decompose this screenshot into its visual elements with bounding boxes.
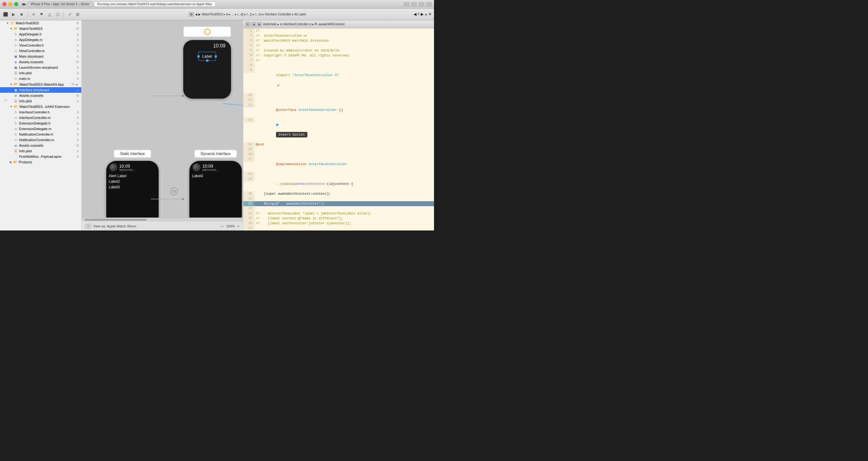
sidebar-item-interface-storyboard[interactable]: ▣ Interface.storyboard — [0, 87, 81, 93]
running-tab[interactable]: Running com.netease.WatchTest0915.watchk… [94, 2, 216, 7]
view-options-icon[interactable]: ⊡ [85, 224, 91, 228]
static-interface-section: Static Interface 10:09 WATCHTES... [106, 150, 159, 218]
sidebar-item-infoplist[interactable]: ☰ Info.plist A [0, 70, 81, 76]
search-icon[interactable]: ⚑ [38, 11, 45, 18]
compass-icon [110, 163, 117, 171]
sidebar-group-main[interactable]: ▼ 📂 WatchTest0915 M [0, 26, 81, 31]
breadcrumb-lp[interactable]: l...}) [247, 12, 252, 16]
code-content[interactable]: 1 // 2 // InterfaceController.m 3 // Wat… [243, 28, 434, 230]
watch-label-element[interactable]: Label [198, 52, 216, 61]
run-icon[interactable]: ≡ [30, 11, 37, 18]
maximize-button[interactable] [14, 2, 18, 6]
canvas-scrollbar[interactable] [82, 218, 243, 221]
canvas-scroll[interactable]: 10:09 Label [82, 20, 243, 218]
nav-forward[interactable]: ▶ [198, 12, 201, 16]
code-line-9: 9 #import "InterfaceController.h" ↙ [243, 68, 434, 93]
sidebar-item-appdelegatem[interactable]: m AppDelegate.m A [0, 37, 81, 42]
file-badge: A [77, 111, 79, 114]
sidebar-item-extdelm[interactable]: m ExtensionDelegate.m A [0, 126, 81, 131]
add-btn[interactable]: + [425, 12, 427, 17]
sidebar-item-viewcontrollerm[interactable]: m ViewController.m A [0, 48, 81, 54]
stop-icon[interactable]: ■ [19, 11, 25, 18]
warning-icon[interactable]: △ [46, 11, 53, 18]
line-number: 27 [243, 226, 254, 230]
sidebar-item-mainm[interactable]: m main.m A [0, 76, 81, 81]
share-icon[interactable]: ↗ [66, 11, 73, 18]
line-number: 11 [243, 98, 254, 103]
sidebar-item-project[interactable]: ▼ 📁 WatchTest0915 M [0, 20, 81, 26]
breadcrumb-root[interactable]: WatchTest0915 [202, 12, 223, 16]
editor-toggle[interactable] [418, 2, 424, 6]
nav-left-btn[interactable]: ◀ [414, 12, 416, 17]
breadcrumb-ic[interactable]: Interface Controller [265, 12, 291, 16]
git-icon[interactable]: ⊞ [74, 11, 81, 18]
file-badge: A [77, 155, 79, 158]
sep1 [27, 11, 28, 18]
device-tab[interactable]: iPhone 8 Plus + Appl..tch Series 3 – 42m… [27, 2, 93, 7]
static-appname: WATCHTES... [119, 168, 135, 171]
line-content: // Copyright © 2018年 MS. All rights rese… [254, 53, 434, 58]
sidebar-group-products[interactable]: ▶ 📂 Products [0, 159, 81, 165]
static-item-3: Label3 [109, 184, 156, 190]
canvas-area: 10:09 Label [82, 20, 243, 230]
sidebar-group-extension[interactable]: ▼ 📂 WatchTest0915...tchKit Extension [0, 104, 81, 110]
sidebar-item-mainstoryboard[interactable]: ▣ Main.storyboard A [0, 54, 81, 59]
breadcrumb-le[interactable]: l...e} [255, 12, 261, 16]
close-button[interactable] [2, 2, 6, 6]
breadcrumb-dots[interactable]: ... [231, 12, 234, 16]
breadcrumb-method[interactable]: -awakeWithContext: [317, 23, 345, 26]
close-editor-btn[interactable]: ✕ [429, 12, 432, 17]
breadcrumb-automatic[interactable]: Automatic [263, 23, 277, 26]
sidebar-group-watchapp[interactable]: ▼ 📂 WatchTest0915 WatchKit App M ↙ [0, 81, 81, 87]
breadcrumb-ld[interactable]: l...d} [238, 12, 243, 16]
file-label: AppDelegate.h [19, 32, 75, 36]
assistant-toggle[interactable] [426, 2, 432, 6]
build-icon[interactable]: ▶ [10, 11, 17, 18]
sidebar-item-icom[interactable]: m InterfaceController.m A [0, 115, 81, 121]
breadcrumb-icontrollerm[interactable]: InterfaceController.m [283, 23, 312, 26]
zoom-minus[interactable]: — [220, 224, 224, 228]
sidebar-item-viewcontrollerh[interactable]: h ViewController.h A [0, 42, 81, 48]
dynamic-watch-body: 10:09 WATCHTES... Label4 [189, 161, 242, 218]
sidebar-item-notifm[interactable]: m NotificationController.m A [0, 137, 81, 143]
layout-toggle[interactable] [411, 2, 417, 6]
zoom-level: 100% [226, 224, 235, 228]
zoom-plus[interactable]: + [238, 224, 239, 228]
code-line-15: 15 [243, 147, 434, 152]
editor-nav-prev[interactable]: ◀ [251, 22, 256, 27]
line-number: 7 [243, 58, 254, 63]
bookmark-icon[interactable]: ⬡ [55, 11, 61, 18]
sidebar-item-assets2[interactable]: ◈ Assets.xcassets M [0, 93, 81, 98]
nav-back[interactable]: ◀ [195, 12, 197, 16]
sidebar-item-assets3[interactable]: ◈ Assets.xcassets M [0, 143, 81, 148]
label-text: Label [203, 54, 212, 59]
code-line-19: 19 - (void)awakeWithContext:(id)context … [243, 177, 434, 191]
file-label: NotificationController.m [19, 138, 75, 142]
sidebar-item-icoh[interactable]: h InterfaceController.h A [0, 110, 81, 115]
minimize-button[interactable] [8, 2, 12, 6]
sidebar-item-launchscreen[interactable]: ▣ LaunchScreen.storyboard A [0, 65, 81, 70]
sidebar-item-assets[interactable]: ◈ Assets.xcassets M [0, 59, 81, 65]
m-icon: m [13, 38, 18, 42]
breadcrumb-lbl[interactable]: lbl Label [294, 12, 306, 16]
sidebar-item-apns[interactable]: 📄 PushNotifica...Payload.apns A [0, 154, 81, 159]
svg-point-4 [170, 188, 178, 195]
sidebar-item-appdelegateh[interactable]: h AppDelegate.h A [0, 31, 81, 37]
sidebar-toggle[interactable] [404, 2, 409, 6]
nav-right-btn[interactable]: ▶ [421, 12, 424, 17]
editor-nav-next[interactable]: ▶ [257, 22, 262, 27]
code-line-25: 25 // [label setText:@"make it different… [243, 216, 434, 221]
main-toolbar: ⬛ ▶ ■ ≡ ⚑ △ ⬡ ↗ ⊞ ⊞ ◀ ▶ WatchTest0915 ▸ … [0, 9, 434, 20]
h-icon: h [13, 132, 18, 136]
products-folder-icon: 📂 [13, 160, 18, 164]
breadcrumb-file[interactable]: m [226, 12, 228, 16]
sidebar-item-extdelh[interactable]: h ExtensionDelegate.h A [0, 121, 81, 126]
grid-btn[interactable]: ⊞ [188, 12, 194, 17]
sidebar-item-infoplist3[interactable]: ☰ Info.plist A [0, 148, 81, 154]
editor-nav-back[interactable]: ⊞ [245, 22, 250, 27]
sidebar-item-infoplist2[interactable]: ☰ Info.plist A [0, 98, 81, 104]
line-number: 20 [243, 191, 254, 196]
sidebar-item-notifh[interactable]: h NotificationController.h A [0, 131, 81, 137]
folder-icon[interactable]: ⬛ [2, 11, 9, 18]
disclosure-icon: ▼ [10, 83, 12, 86]
